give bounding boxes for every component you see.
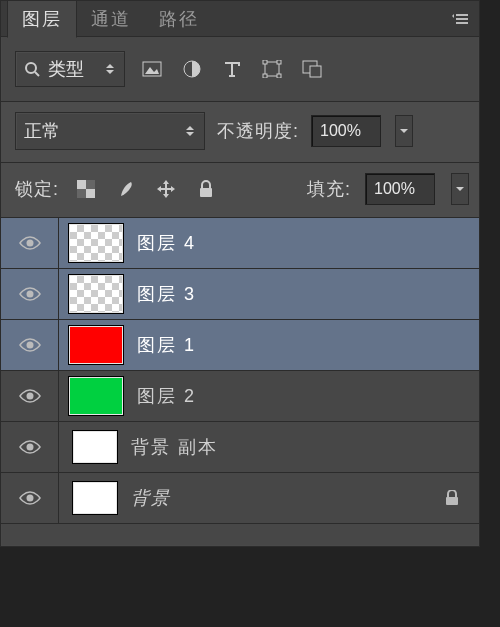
filter-kind-label: 类型 (48, 57, 84, 81)
filter-shape-icon[interactable] (259, 56, 285, 82)
svg-rect-12 (77, 180, 86, 189)
layer-name-label[interactable]: 图层 4 (137, 231, 196, 255)
lock-label: 锁定: (15, 177, 59, 201)
panel-menu-icon[interactable] (447, 10, 473, 28)
layer-lock-icon[interactable] (445, 490, 459, 506)
layer-row[interactable]: 背景 副本 (1, 422, 479, 473)
visibility-eye-icon[interactable] (1, 371, 59, 421)
filter-type-icon[interactable] (219, 56, 245, 82)
layer-name-label[interactable]: 背景 (131, 486, 171, 510)
layer-filter-row: 类型 (1, 37, 479, 102)
layer-row[interactable]: 图层 4 (1, 218, 479, 269)
svg-rect-7 (277, 60, 281, 64)
visibility-eye-icon[interactable] (1, 269, 59, 319)
svg-point-18 (26, 291, 33, 298)
tab-layers[interactable]: 图层 (7, 1, 77, 38)
layer-row[interactable]: 背景 (1, 473, 479, 524)
svg-rect-6 (263, 60, 267, 64)
layers-panel: 图层 通道 路径 类型 (0, 0, 480, 547)
svg-rect-13 (86, 189, 95, 198)
layer-row[interactable]: 图层 2 (1, 371, 479, 422)
svg-rect-9 (277, 74, 281, 78)
layer-row[interactable]: 图层 1 (1, 320, 479, 371)
blend-mode-value: 正常 (24, 119, 60, 143)
tab-channels[interactable]: 通道 (77, 1, 145, 37)
layer-thumbnail[interactable] (73, 431, 117, 463)
fill-label: 填充: (307, 177, 351, 201)
chevron-updown-icon (186, 126, 194, 136)
opacity-dropdown-arrow[interactable] (395, 115, 413, 147)
blend-mode-row: 正常 不透明度: 100% (1, 102, 479, 163)
filter-kind-dropdown[interactable]: 类型 (15, 51, 125, 87)
fill-value: 100% (374, 180, 415, 198)
filter-pixel-icon[interactable] (139, 56, 165, 82)
chevron-updown-icon (106, 64, 114, 74)
lock-row: 锁定: 填充: 100% (1, 163, 479, 218)
layer-list: 图层 4图层 3图层 1图层 2背景 副本背景 (1, 218, 479, 524)
layer-thumbnail[interactable] (69, 326, 123, 364)
svg-rect-14 (86, 180, 95, 189)
lock-paint-icon[interactable] (113, 176, 139, 202)
layer-row[interactable]: 图层 3 (1, 269, 479, 320)
search-icon (24, 61, 40, 77)
visibility-eye-icon[interactable] (1, 422, 59, 472)
layer-thumbnail[interactable] (73, 482, 117, 514)
layer-name-label[interactable]: 图层 2 (137, 384, 196, 408)
visibility-eye-icon[interactable] (1, 473, 59, 523)
tab-paths[interactable]: 路径 (145, 1, 213, 37)
svg-point-0 (26, 63, 36, 73)
svg-point-22 (26, 495, 33, 502)
filter-adjustment-icon[interactable] (179, 56, 205, 82)
blend-mode-dropdown[interactable]: 正常 (15, 112, 205, 150)
lock-all-icon[interactable] (193, 176, 219, 202)
opacity-label: 不透明度: (217, 119, 299, 143)
svg-rect-11 (310, 66, 321, 77)
fill-dropdown-arrow[interactable] (451, 173, 469, 205)
layer-name-label[interactable]: 背景 副本 (131, 435, 218, 459)
layer-thumbnail[interactable] (69, 224, 123, 262)
opacity-value: 100% (320, 122, 361, 140)
opacity-input[interactable]: 100% (311, 115, 381, 147)
layer-name-label[interactable]: 图层 1 (137, 333, 196, 357)
layer-thumbnail[interactable] (69, 275, 123, 313)
panel-tabbar: 图层 通道 路径 (1, 1, 479, 37)
svg-point-19 (26, 342, 33, 349)
svg-point-17 (26, 240, 33, 247)
layer-name-label[interactable]: 图层 3 (137, 282, 196, 306)
svg-rect-15 (77, 189, 86, 198)
svg-marker-3 (145, 67, 159, 74)
svg-line-1 (35, 72, 39, 76)
visibility-eye-icon[interactable] (1, 320, 59, 370)
svg-rect-8 (263, 74, 267, 78)
filter-smartobject-icon[interactable] (299, 56, 325, 82)
visibility-eye-icon[interactable] (1, 218, 59, 268)
fill-input[interactable]: 100% (365, 173, 435, 205)
svg-rect-23 (446, 497, 458, 505)
lock-transparency-icon[interactable] (73, 176, 99, 202)
svg-point-21 (26, 444, 33, 451)
lock-position-icon[interactable] (153, 176, 179, 202)
svg-rect-16 (200, 188, 212, 197)
layer-thumbnail[interactable] (69, 377, 123, 415)
svg-point-20 (26, 393, 33, 400)
